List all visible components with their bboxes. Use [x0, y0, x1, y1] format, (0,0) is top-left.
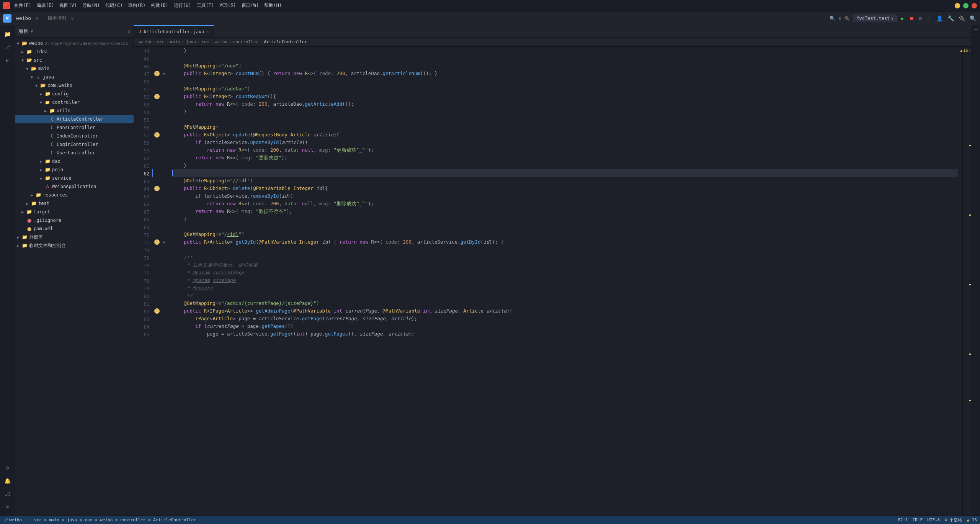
gutter-warning-52[interactable]: !	[154, 94, 160, 99]
debug-button[interactable]: ⚙	[918, 15, 923, 22]
menu-tools[interactable]: 工具(T)	[194, 2, 217, 10]
tree-item-scratch[interactable]: ▶ 📁 临时文件和控制台	[15, 241, 134, 250]
settings-icon[interactable]: 🔧	[947, 15, 955, 22]
tree-item-resources[interactable]: ▶ 📁 resources	[15, 191, 134, 199]
panel-gear[interactable]: ⚙	[128, 29, 131, 34]
tab-close[interactable]: ✕	[207, 29, 209, 34]
project-icon[interactable]: 📁	[2, 28, 13, 40]
tree-item-service[interactable]: ▶ 📁 service	[15, 174, 134, 182]
code-editor[interactable]: 44 45 46 47 50 51 52 53 54 55 56 57 58 5…	[134, 47, 972, 516]
menu-refactor[interactable]: 重构(R)	[126, 2, 148, 10]
scroll-mark-1	[969, 145, 971, 146]
bc-article-controller[interactable]: ArticleController	[264, 39, 307, 44]
tree-item-ext-libs[interactable]: ▶ 📁 外部库	[15, 233, 134, 241]
tree-item-user-controller[interactable]: C UserController	[15, 149, 134, 157]
maximize-button[interactable]: □	[963, 3, 969, 8]
tree-item-main[interactable]: ▼ 📂 main	[15, 64, 134, 73]
run2-icon[interactable]: ▶	[2, 54, 13, 66]
stop-button[interactable]: ⏹	[908, 15, 915, 22]
arrow-src: ▼	[21, 58, 26, 62]
tree-item-idea[interactable]: ▶ 📁 .idea	[15, 47, 134, 56]
tree-item-weibo[interactable]: ▼ 📂 weibo D:\AppProgram\Idea\HomeWork\we…	[15, 39, 134, 47]
toolbar-gear-icon[interactable]: ⚙	[838, 16, 841, 21]
bc-controller[interactable]: controller	[233, 39, 258, 44]
run-button[interactable]: ▶	[900, 15, 905, 22]
commit-icon[interactable]: ⎇	[2, 41, 13, 53]
tree-item-java[interactable]: ▼ ☕ java	[15, 73, 134, 81]
git-icon[interactable]: ⎇	[2, 488, 13, 499]
toolbar-logo: W	[3, 14, 11, 23]
label-weibo-app: WeiboApplication	[52, 184, 96, 189]
fold-71[interactable]: ▶	[162, 238, 168, 246]
more-button[interactable]: ⋮	[926, 15, 933, 22]
tree-item-article-controller[interactable]: C ArticleController	[15, 115, 134, 123]
bc-src[interactable]: src	[157, 39, 165, 44]
menu-vcs[interactable]: VCS(S)	[217, 2, 238, 10]
bc-weibo[interactable]: weibo	[139, 39, 151, 44]
tab-article-controller[interactable]: J ArticleController.java ✕	[134, 25, 214, 37]
status-line-ending[interactable]: CRLF	[913, 517, 923, 522]
run-config[interactable]: MvcTest.test ∨	[853, 15, 897, 22]
settings2-icon[interactable]: ⚙	[2, 462, 13, 473]
status-encoding[interactable]: UTF-8	[927, 517, 940, 522]
menu-view[interactable]: 视图(V)	[57, 2, 79, 10]
terminal-icon[interactable]: ⊞	[2, 501, 13, 513]
gutter-run-82[interactable]: !	[154, 308, 160, 314]
menu-help[interactable]: 帮助(H)	[262, 2, 284, 10]
panel-dropdown[interactable]: ∨	[31, 29, 33, 34]
menu-code[interactable]: 代码(C)	[103, 2, 125, 10]
tree-item-pom[interactable]: ⬤ pom.xml	[15, 224, 134, 233]
search2-icon[interactable]: 🔍	[969, 15, 977, 22]
line-64: public R<Object> delete(@PathVariable In…	[172, 185, 958, 192]
arrow-controller: ▼	[40, 100, 44, 105]
tree-item-index-controller[interactable]: C IndexController	[15, 132, 134, 140]
people-icon[interactable]: 👤	[936, 15, 944, 22]
tree-item-gitignore[interactable]: ⬤ .gitignore	[15, 216, 134, 224]
menu-build[interactable]: 构建(B)	[149, 2, 171, 10]
code-lines[interactable]: } @GetMapping(⊙"/num") public R<Integer>…	[168, 47, 962, 516]
minimize-button[interactable]: ─	[955, 3, 960, 8]
gutter-run-71[interactable]: !	[154, 239, 160, 245]
right-panel-1[interactable]: ⟩	[973, 27, 979, 32]
tree-item-pojo[interactable]: ▶ 📁 pojo	[15, 165, 134, 174]
menu-file[interactable]: 文件(F)	[11, 2, 34, 10]
tree-item-dao[interactable]: ▶ 📁 dao	[15, 157, 134, 165]
tree-item-login-controller[interactable]: C LoginController	[15, 140, 134, 149]
tree-item-src[interactable]: ▼ 📂 src	[15, 56, 134, 64]
notifications-icon[interactable]: 🔔	[2, 475, 13, 486]
menu-bar[interactable]: 文件(F) 编辑(E) 视图(V) 导航(N) 代码(C) 重构(R) 构建(B…	[11, 2, 284, 10]
warning-up[interactable]: ↑	[969, 48, 971, 52]
gutter-warning-64[interactable]: !	[154, 186, 160, 191]
tree-item-weibo-app[interactable]: A WeiboApplication	[15, 182, 134, 191]
fold-47[interactable]: ▶	[162, 70, 168, 77]
status-position[interactable]: 62:1	[898, 517, 908, 522]
tree-item-controller[interactable]: ▼ 📁 controller	[15, 98, 134, 106]
tree-item-com-weibo[interactable]: ▼ 📂 com.weibo	[15, 81, 134, 90]
gutter-warning-47[interactable]: !	[154, 71, 160, 76]
menu-edit[interactable]: 编辑(E)	[34, 2, 57, 10]
toolbar-search-icon[interactable]: 🔍	[830, 16, 835, 21]
label-user: UserController	[57, 150, 95, 156]
line-75: /**	[172, 254, 958, 261]
gutter-warning-57[interactable]: !	[154, 132, 160, 138]
bc-com[interactable]: com	[202, 39, 209, 44]
tree-item-test[interactable]: ▶ 📁 test	[15, 199, 134, 208]
tree-item-fans-controller[interactable]: C FansController	[15, 123, 134, 132]
bc-main[interactable]: main	[170, 39, 180, 44]
bc-weibo2[interactable]: weibo	[215, 39, 227, 44]
status-indent[interactable]: 4 个空格	[944, 517, 962, 523]
tree-item-utils[interactable]: ▶ 📁 utils	[15, 106, 134, 115]
tree-item-config[interactable]: ▶ 📁 config	[15, 90, 134, 98]
plugins2-icon[interactable]: 🔌	[958, 15, 966, 22]
menu-nav[interactable]: 导航(N)	[80, 2, 102, 10]
bc-java[interactable]: java	[186, 39, 196, 44]
menu-run[interactable]: 运行(U)	[172, 2, 194, 10]
status-warnings[interactable]: ▲ 16	[967, 517, 977, 522]
status-branch[interactable]: ⎇ weibo	[3, 517, 22, 522]
arrow-java: ▼	[31, 75, 35, 79]
tree-item-target[interactable]: ▶ 📁 target	[15, 208, 134, 216]
menu-window[interactable]: 窗口(W)	[239, 2, 261, 10]
editor-scroll[interactable]: 44 45 46 47 50 51 52 53 54 55 56 57 58 5…	[134, 47, 962, 516]
toolbar-plugins-icon[interactable]: 🔌	[844, 16, 850, 21]
close-button[interactable]: ✕	[972, 3, 977, 8]
